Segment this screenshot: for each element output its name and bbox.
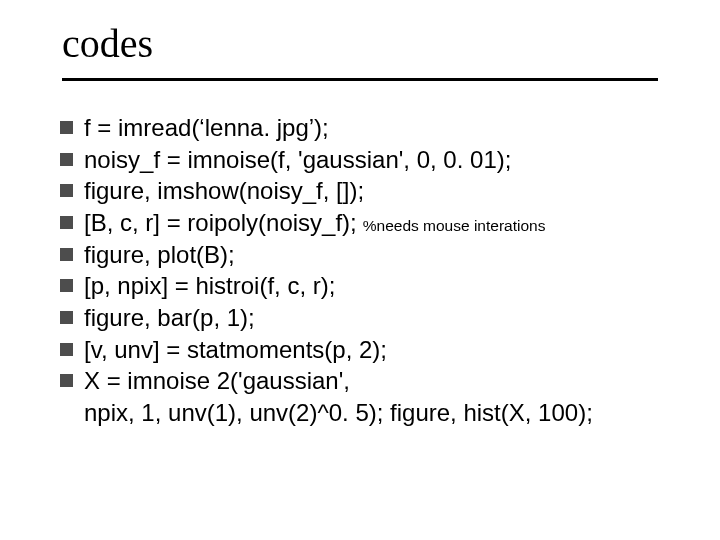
code-line: [v, unv] = statmoments(p, 2);: [60, 334, 670, 366]
title-row: codes: [0, 0, 720, 67]
square-bullet-icon: [60, 279, 73, 292]
title-underline: [62, 78, 658, 81]
code-line: figure, bar(p, 1);: [60, 302, 670, 334]
slide-title: codes: [62, 21, 153, 66]
code-text: figure, imshow(noisy_f, []);: [84, 175, 364, 207]
code-text: figure, plot(B);: [84, 239, 235, 271]
code-text-main: [B, c, r] = roipoly(noisy_f);: [84, 209, 357, 236]
square-bullet-icon: [60, 311, 73, 324]
code-text: X = imnoise 2('gaussian',: [84, 365, 350, 397]
code-line: [B, c, r] = roipoly(noisy_f);%needs mous…: [60, 207, 670, 239]
square-bullet-icon: [60, 184, 73, 197]
code-line: f = imread(‘lenna. jpg’);: [60, 112, 670, 144]
code-line: figure, plot(B);: [60, 239, 670, 271]
square-bullet-icon: [60, 153, 73, 166]
slide: codes f = imread(‘lenna. jpg’); noisy_f …: [0, 0, 720, 540]
code-text: f = imread(‘lenna. jpg’);: [84, 112, 329, 144]
square-bullet-icon: [60, 216, 73, 229]
code-line: [p, npix] = histroi(f, c, r);: [60, 270, 670, 302]
square-bullet-icon: [60, 248, 73, 261]
code-continuation: npix, 1, unv(1), unv(2)^0. 5); figure, h…: [84, 397, 670, 429]
code-comment: %needs mouse interations: [363, 217, 546, 234]
code-text: [v, unv] = statmoments(p, 2);: [84, 334, 387, 366]
code-text: figure, bar(p, 1);: [84, 302, 255, 334]
code-text: [p, npix] = histroi(f, c, r);: [84, 270, 335, 302]
body: f = imread(‘lenna. jpg’); noisy_f = imno…: [60, 112, 670, 429]
code-text: noisy_f = imnoise(f, 'gaussian', 0, 0. 0…: [84, 144, 511, 176]
code-line: figure, imshow(noisy_f, []);: [60, 175, 670, 207]
square-bullet-icon: [60, 121, 73, 134]
code-line: X = imnoise 2('gaussian',: [60, 365, 670, 397]
code-text: [B, c, r] = roipoly(noisy_f);%needs mous…: [84, 207, 545, 239]
square-bullet-icon: [60, 374, 73, 387]
code-line: noisy_f = imnoise(f, 'gaussian', 0, 0. 0…: [60, 144, 670, 176]
square-bullet-icon: [60, 343, 73, 356]
